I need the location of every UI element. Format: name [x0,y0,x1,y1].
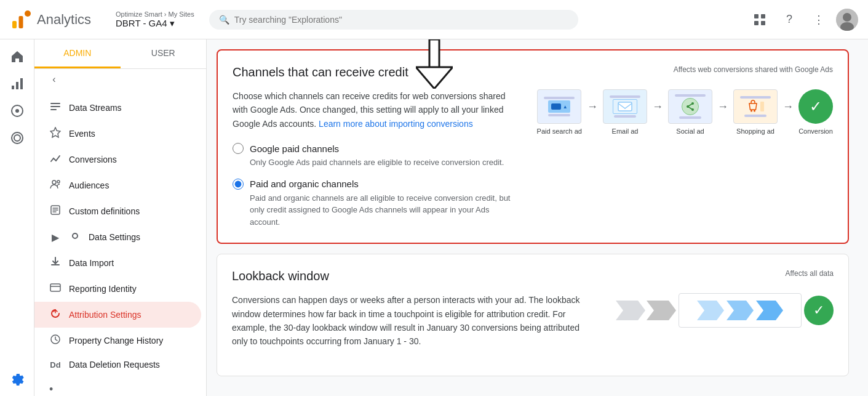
analytics-logo [10,9,32,31]
flow-item-conversion: ✓ Conversion [798,89,833,135]
back-button[interactable]: ‹ [44,74,64,85]
sidebar-item-data-settings[interactable]: ▶ Data Settings [34,224,201,250]
flow-label-conversion: Conversion [798,127,833,135]
svg-point-33 [751,110,752,112]
sidebar-item-label: Attribution Settings [69,310,141,320]
sidebar-item-conversions[interactable]: Conversions [34,147,201,172]
check-icon: ✓ [810,98,822,115]
tab-user[interactable]: USER [121,39,207,68]
sidebar-item-events[interactable]: Events [34,121,201,147]
svg-rect-3 [754,14,759,18]
flow-arrow-4: → [782,100,794,113]
radio-title-google-paid: Google paid channels [250,143,339,154]
flow-label-email: Email ad [612,127,639,135]
sidebar-icon-explore[interactable] [5,99,30,123]
svg-rect-21 [50,109,57,110]
svg-rect-19 [50,103,60,104]
svg-line-32 [688,107,693,110]
apps-button[interactable] [747,7,772,32]
lookback-card: Lookback window Affects all data Convers… [217,254,849,376]
events-icon [49,127,62,140]
lookback-timeline-box [679,293,802,328]
account-info: Optimize Smart › My Sites DBRT - GA4 ▾ [116,10,194,29]
search-bar[interactable]: 🔍 [209,10,578,30]
sidebar-item-label: Property Change History [69,336,163,345]
sidebar-icon-home[interactable] [5,44,30,69]
svg-rect-5 [754,21,759,25]
data-import-icon [49,256,62,270]
channels-card-tag: Affects web conversions shared with Goog… [674,65,833,74]
lookback-card-title: Lookback window [232,269,329,283]
svg-point-8 [843,13,851,22]
topbar: Analytics Optimize Smart › My Sites DBRT… [0,0,868,39]
tab-admin[interactable]: ADMIN [34,39,121,68]
sidebar-item-property-change-history[interactable]: Property Change History [34,328,201,354]
help-button[interactable]: ? [777,7,802,32]
main-layout: ADMIN USER ‹ Data Streams Events [0,39,868,396]
sidebar-item-label: Audiences [69,180,109,190]
svg-point-22 [52,180,56,184]
property-change-history-icon [49,334,62,347]
more-button[interactable]: ⋮ [806,7,831,32]
sidebar-icons [0,39,34,396]
flow-label-shopping: Shopping ad [736,127,774,135]
flow-box-shopping [733,89,778,124]
flow-item-social: Social ad [668,89,712,135]
svg-rect-4 [761,14,765,18]
search-icon: 🔍 [219,15,229,25]
audiences-icon [49,179,62,192]
svg-rect-0 [12,21,17,28]
topbar-right: ? ⋮ [747,7,858,32]
sidebar-item-attribution-settings[interactable]: Attribution Settings [34,302,201,328]
sidebar-icon-advertising[interactable] [5,126,30,150]
data-streams-icon [49,101,62,115]
radio-label-paid-organic[interactable]: Paid and organic channels [233,179,517,190]
sidebar-item-label: Data Settings [89,232,140,242]
radio-label-google-paid[interactable]: Google paid channels [233,143,517,154]
sidebar-icon-reports[interactable] [5,71,30,96]
lookback-card-header: Lookback window Affects all data [232,269,834,283]
svg-point-2 [25,10,31,17]
nav-tabs: ADMIN USER [34,39,206,69]
radio-desc-paid-organic: Paid and organic channels are all eligib… [250,192,517,228]
expand-icon: ▶ [49,232,62,243]
radio-google-paid[interactable] [233,143,244,154]
sidebar-item-data-streams[interactable]: Data Streams [34,95,201,121]
radio-paid-organic[interactable] [233,179,244,190]
svg-rect-25 [50,284,60,291]
radio-desc-google-paid: Only Google Ads paid channels are eligib… [250,156,517,169]
svg-rect-14 [20,78,23,89]
account-name[interactable]: DBRT - GA4 ▾ [116,18,194,29]
sidebar-item-data-deletion-requests[interactable]: Dd Data Deletion Requests [34,354,201,376]
flow-label-paid-search: Paid search ad [537,127,582,135]
learn-more-link[interactable]: Learn more about importing conversions [319,119,473,129]
channels-card-body: Choose which channels can receive credit… [233,89,833,228]
sidebar-item-reporting-identity[interactable]: Reporting Identity [34,276,201,302]
data-settings-icon [69,230,81,244]
nav-items: Data Streams Events Conversions Audience… [34,90,206,396]
channels-card-left: Choose which channels can receive credit… [233,89,517,228]
svg-rect-27 [618,102,632,111]
lookback-card-left: Conversions can happen days or weeks aft… [232,293,596,361]
svg-point-23 [57,180,60,183]
sidebar-item-audiences[interactable]: Audiences [34,172,201,198]
conversions-icon [49,153,62,166]
sidebar-icon-settings[interactable] [5,366,30,391]
svg-rect-12 [12,86,14,89]
avatar[interactable] [836,9,858,31]
sidebar-item-custom-definitions[interactable]: Custom definitions [34,198,201,224]
channels-card: Channels that can receive credit Affects… [217,49,849,244]
channels-card-header: Channels that can receive credit Affects… [233,65,833,79]
custom-definitions-icon [49,204,62,218]
flow-item-shopping: Shopping ad [733,89,778,135]
sidebar-item-data-import[interactable]: Data Import [34,250,201,276]
svg-rect-6 [761,21,765,25]
radio-group: Google paid channels Only Google Ads pai… [233,143,517,228]
flow-box-conversion: ✓ [798,89,833,124]
svg-rect-20 [50,106,60,107]
account-breadcrumb: Optimize Smart › My Sites [116,10,194,18]
search-input[interactable] [234,15,568,25]
svg-line-31 [688,103,693,107]
sidebar-item-label: Data Deletion Requests [69,360,160,370]
lookback-flow: ✓ [596,293,834,328]
